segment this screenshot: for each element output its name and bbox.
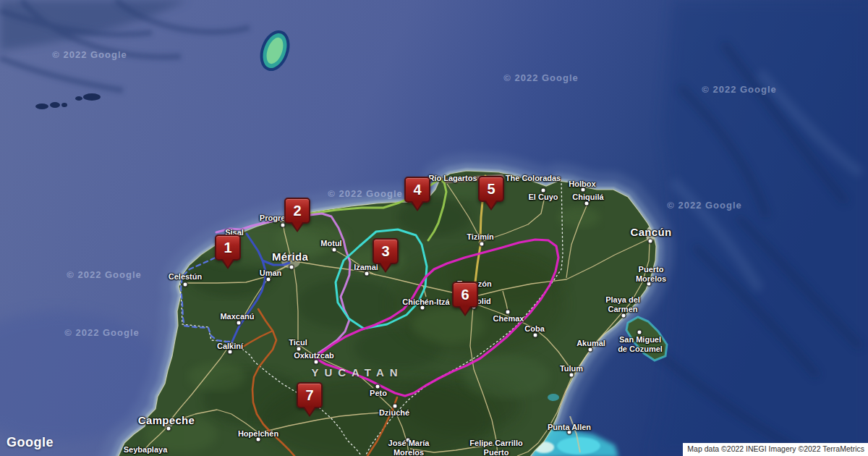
marker-number: 3 (381, 243, 389, 260)
marker-number: 6 (461, 287, 469, 303)
city-dot-canc-n (648, 239, 653, 244)
city-label-san-miguel-de-cozumel: San Miguel de Cozumel (618, 335, 663, 353)
map-marker-4[interactable]: 4 (404, 177, 430, 203)
city-label-r-o-lagartos: Río Lagartos (428, 174, 477, 183)
city-label-m-rida: Mérida (272, 250, 308, 263)
marker-number: 5 (487, 181, 495, 198)
city-dot-motul (332, 248, 337, 253)
city-label-motul: Motul (320, 239, 341, 248)
google-watermark: © 2022 Google (328, 188, 403, 199)
city-dot-chiquil (584, 201, 590, 206)
city-dot-akumal (588, 347, 593, 352)
map-marker-3[interactable]: 3 (373, 238, 399, 264)
city-label-hopelch-n: Hopelchén (238, 429, 278, 439)
city-label-holbox: Holbox (569, 180, 595, 189)
city-dot-uman (266, 277, 271, 282)
city-label-uman: Uman (260, 269, 282, 278)
google-watermark: © 2022 Google (667, 200, 742, 211)
city-label-yucatan: YUCATAN (311, 366, 403, 379)
city-label-dziuch: Dziuché (379, 408, 409, 418)
map-overlay: © 2022 Google© 2022 Google© 2022 Google©… (0, 0, 868, 456)
city-label-puerto-morelos: Puerto Morelos (636, 265, 666, 283)
city-label-tulum: Tulum (560, 364, 583, 373)
map-attribution: Map data ©2022 INEGI Imagery ©2022 Terra… (683, 443, 868, 456)
marker-number: 2 (293, 203, 301, 219)
city-label-canc-n: Cancún (631, 226, 672, 238)
city-label-chemax: Chemax (493, 314, 524, 324)
city-dot-coba (533, 333, 538, 338)
city-label-campeche: Campeche (138, 414, 195, 426)
city-label-ticul: Ticul (289, 338, 307, 347)
city-label-chich-n-itz: Chichén-Itzá (402, 297, 449, 307)
marker-number: 4 (413, 182, 421, 198)
city-label-the-coloradas: The Coloradas (506, 174, 561, 183)
city-dot-san-miguel-de-cozumel (637, 330, 642, 335)
city-label-maxcan: Maxcanú (220, 312, 254, 321)
city-label-celest-n: Celestún (169, 272, 202, 282)
city-label-el-cuyo: El Cuyo (529, 193, 558, 202)
city-dot-progreso (281, 223, 286, 228)
city-label-coba: Coba (524, 324, 545, 334)
google-watermark: © 2022 Google (64, 327, 140, 338)
city-label-akumal: Akumal (576, 339, 605, 348)
google-watermark: © 2022 Google (702, 84, 777, 95)
city-label-punta-allen: Punta Allen (548, 423, 591, 432)
google-watermark: © 2022 Google (503, 72, 579, 83)
city-dot-tizim-n (480, 242, 485, 247)
map-marker-6[interactable]: 6 (452, 282, 478, 308)
map-marker-2[interactable]: 2 (284, 198, 310, 224)
city-label-playa-del-carmen: Playa del Carmen (605, 295, 640, 313)
city-dot-celest-n (183, 282, 188, 287)
city-dot-izamal (365, 271, 370, 276)
city-dot-tulum (569, 373, 574, 378)
map-marker-5[interactable]: 5 (478, 176, 504, 202)
google-logo[interactable]: Google (7, 435, 54, 450)
map-canvas[interactable]: © 2022 Google© 2022 Google© 2022 Google©… (0, 0, 868, 456)
city-label-jos-mar-a-morelos: José María Morelos (388, 439, 430, 456)
google-watermark: © 2022 Google (52, 49, 127, 60)
city-label-peto: Peto (370, 389, 387, 398)
map-marker-7[interactable]: 7 (297, 382, 323, 408)
city-label-chiquil: Chiquilá (572, 193, 603, 202)
city-dot-maxcan (237, 321, 242, 326)
city-label-felipe-carrillo-puerto: Felipe Carrillo Puerto (469, 439, 522, 456)
marker-number: 7 (305, 387, 313, 404)
city-label-oxkutzcab: Oxkutzcab (294, 351, 334, 360)
city-dot-m-rida (289, 265, 294, 270)
city-label-tizim-n: Tizimín (467, 232, 494, 242)
google-watermark: © 2022 Google (67, 269, 142, 280)
city-dot-oxkutzcab (314, 360, 319, 365)
map-marker-1[interactable]: 1 (215, 235, 241, 261)
city-label-calkin: Calkiní (217, 342, 243, 351)
city-label-seybaplaya: Seybaplaya (124, 445, 168, 455)
marker-number: 1 (224, 240, 231, 256)
